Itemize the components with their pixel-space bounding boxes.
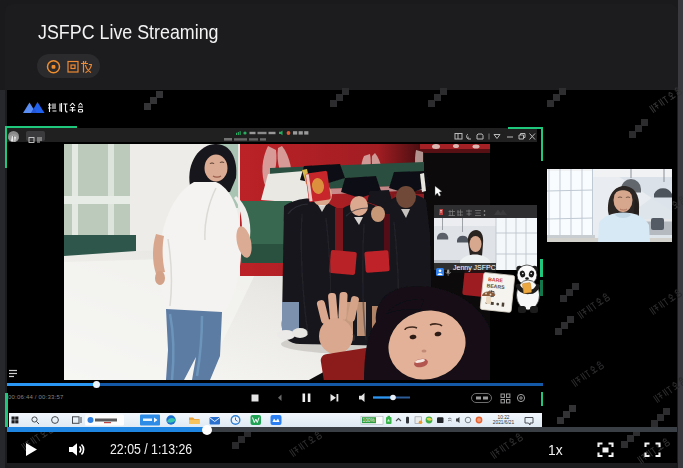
svg-text:100%: 100%: [363, 418, 376, 423]
